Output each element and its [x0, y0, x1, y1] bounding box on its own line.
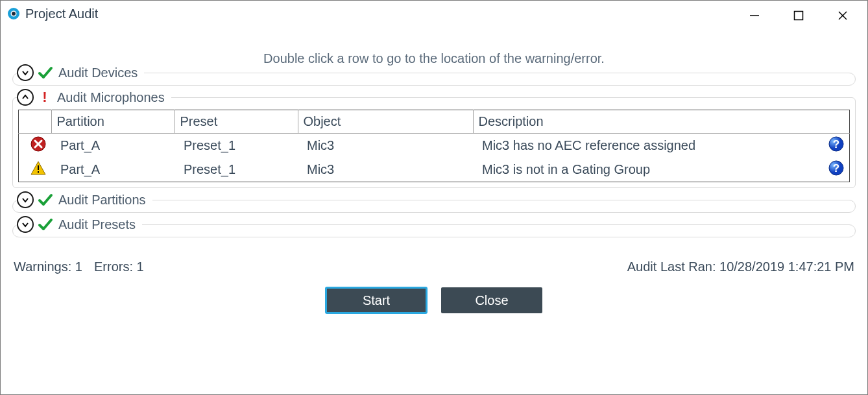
section-title-devices: Audit Devices: [57, 66, 138, 80]
table-row[interactable]: Part_A Preset_1 Mic3 Mic3 has no AEC ref…: [19, 134, 850, 158]
exclamation-icon: !: [38, 90, 52, 104]
svg-rect-4: [795, 12, 803, 20]
cell-preset: Preset_1: [175, 158, 298, 182]
titlebar: Project Audit: [1, 1, 867, 27]
col-description[interactable]: Description: [473, 110, 850, 134]
close-button[interactable]: Close: [441, 287, 542, 313]
window-title: Project Audit: [25, 6, 98, 21]
maximize-button[interactable]: [786, 6, 812, 25]
col-partition[interactable]: Partition: [51, 110, 175, 134]
col-preset[interactable]: Preset: [175, 110, 298, 134]
section-audit-presets: Audit Presets: [12, 224, 856, 237]
expander-devices[interactable]: [17, 64, 34, 81]
footer-stats: Warnings: 1 Errors: 1 Audit Last Ran: 10…: [1, 249, 867, 274]
expander-partitions[interactable]: [17, 191, 34, 208]
warnings-count: Warnings: 1: [14, 259, 82, 274]
cell-description: Mic3 has no AEC reference assigned: [473, 134, 819, 158]
svg-text:?: ?: [833, 162, 839, 174]
content-area: Audit Devices ! Audit Microphones Partit…: [1, 73, 867, 237]
section-audit-partitions: Audit Partitions: [12, 200, 856, 213]
cell-preset: Preset_1: [175, 134, 298, 158]
section-title-partitions: Audit Partitions: [57, 193, 146, 208]
cell-object: Mic3: [298, 158, 473, 182]
microphones-table: Partition Preset Object Description: [18, 110, 850, 182]
cell-partition: Part_A: [51, 158, 175, 182]
warning-icon: [30, 164, 46, 178]
table-header-row: Partition Preset Object Description: [19, 110, 850, 134]
close-window-button[interactable]: [830, 6, 856, 25]
minimize-button[interactable]: [741, 6, 767, 25]
section-title-microphones: Audit Microphones: [56, 90, 165, 105]
check-icon: [38, 192, 53, 208]
error-icon: [30, 140, 46, 154]
check-icon: [38, 217, 53, 232]
expander-presets[interactable]: [17, 216, 34, 233]
svg-rect-13: [38, 165, 39, 170]
cell-description: Mic3 is not in a Gating Group: [473, 158, 819, 182]
button-bar: Start Close: [1, 287, 867, 313]
svg-point-2: [12, 12, 16, 16]
cell-partition: Part_A: [51, 134, 175, 158]
help-icon[interactable]: ?: [828, 164, 844, 178]
start-button[interactable]: Start: [326, 287, 427, 313]
section-audit-devices: Audit Devices: [12, 73, 856, 86]
col-object[interactable]: Object: [298, 110, 473, 134]
expander-microphones[interactable]: [17, 89, 34, 106]
help-icon[interactable]: ?: [828, 140, 844, 154]
svg-rect-14: [38, 171, 39, 173]
check-icon: [38, 65, 53, 80]
cell-object: Mic3: [298, 134, 473, 158]
errors-count: Errors: 1: [94, 259, 144, 274]
app-icon: [7, 7, 20, 20]
section-title-presets: Audit Presets: [57, 217, 136, 232]
svg-text:?: ?: [833, 138, 839, 150]
section-audit-microphones: ! Audit Microphones Partition Preset Obj…: [12, 97, 856, 188]
last-ran-label: Audit Last Ran: 10/28/2019 1:47:21 PM: [627, 259, 854, 274]
window-controls: [741, 1, 867, 25]
table-row[interactable]: Part_A Preset_1 Mic3 Mic3 is not in a Ga…: [19, 158, 850, 182]
